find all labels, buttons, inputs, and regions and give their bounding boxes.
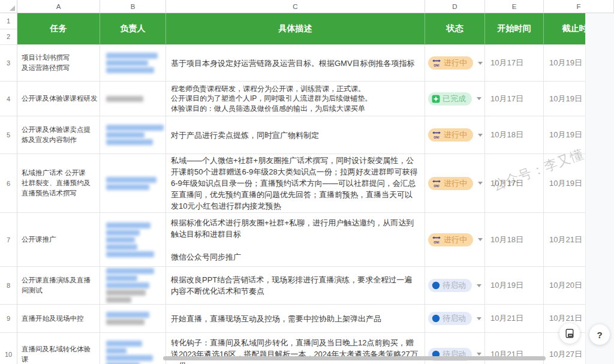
column-letter: E [512, 3, 517, 10]
status-cell[interactable]: ON!进行中 [425, 116, 485, 154]
status-badge[interactable]: ON!进行中 [428, 56, 473, 70]
owner-cell[interactable] [100, 213, 166, 267]
status-dropdown-caret[interactable] [478, 62, 483, 65]
owner-cell[interactable] [100, 333, 166, 364]
status-label: 待启动 [443, 280, 466, 291]
start-date-cell[interactable]: 10月18日 [485, 213, 544, 267]
description-cell[interactable]: 程老师负责课程研发，课程分为公开课，训练营课，正式课。 公开课目的为了塑造个人I… [166, 82, 425, 116]
start-date-cell[interactable]: 10月17日 [485, 154, 544, 213]
description-cell[interactable]: 对于产品进行卖点提炼，同时宣广物料制定 [166, 116, 425, 154]
task-cell[interactable]: 公开课及体验课课程研发 [17, 82, 100, 116]
column-letter: F [576, 3, 580, 10]
redacted-owner-names [106, 125, 164, 145]
column-header-b[interactable]: B [100, 0, 166, 13]
row-number[interactable]: 8 [0, 267, 17, 305]
column-header-f[interactable]: F [544, 0, 614, 13]
row-number[interactable]: 6 [0, 154, 17, 213]
redacted-owner-chip [106, 319, 145, 325]
task-cell[interactable]: 直播开始及现场中控 [17, 305, 100, 333]
start-date-cell[interactable]: 10月19日 [485, 267, 544, 305]
sheet-rows: 3项目计划书撰写 及运营路径撰写基于项目本身设定好运营链路及运营目标。根据GMV… [0, 45, 614, 364]
description-cell[interactable]: 基于项目本身设定好运营链路及运营目标。根据GMV目标倒推各项指标 [166, 45, 425, 82]
owner-cell[interactable] [100, 45, 166, 82]
column-letter: B [131, 3, 136, 10]
column-header-d[interactable]: D [425, 0, 485, 13]
table-row: 9直播开始及现场中控开始直播，直播现场互动及控场，需要中控协助上架弹出产品待启动… [0, 305, 614, 333]
task-cell[interactable]: 公开课推广 [17, 213, 100, 267]
task-cell[interactable]: 公开课及体验课卖点提 炼及宣发内容制作 [17, 116, 100, 154]
status-badge[interactable]: 已完成 [428, 92, 472, 106]
header-cell-description[interactable]: 具体描述 [166, 13, 425, 45]
row-number-1[interactable]: 1 [0, 13, 17, 29]
help-button[interactable]: ? [589, 324, 610, 345]
svg-text:ON!: ON! [434, 240, 440, 244]
column-letter: A [56, 3, 61, 10]
header-cell-task[interactable]: 任务 [17, 13, 100, 45]
status-cell[interactable]: ON!进行中 [425, 45, 485, 82]
owner-cell[interactable] [100, 154, 166, 213]
status-dropdown-caret[interactable] [477, 353, 481, 356]
column-letter: D [452, 3, 457, 10]
row-number[interactable]: 10 [0, 333, 17, 364]
column-header-a[interactable]: A [17, 0, 100, 13]
header-cell-status[interactable]: 状态 [425, 13, 485, 45]
description-cell[interactable]: 私域——个人微信+社群+朋友圈推广话术撰写，同时设计裂变属性，公开课前50个进群… [166, 154, 425, 213]
redacted-owner-names [106, 96, 143, 102]
row-number[interactable]: 4 [0, 82, 17, 116]
horizontal-scrollbar[interactable] [163, 356, 546, 360]
status-badge[interactable]: 待启动 [428, 312, 472, 325]
header-cell-owner[interactable]: 负责人 [100, 13, 166, 45]
select-all-triangle-icon [10, 5, 15, 11]
owner-cell[interactable] [100, 82, 166, 116]
start-date-cell[interactable]: 10月17日 [485, 45, 544, 82]
status-badge[interactable]: 待启动 [428, 279, 472, 292]
help-icon: ? [597, 330, 602, 340]
description-cell[interactable]: 开始直播，直播现场互动及控场，需要中控协助上架弹出产品 [166, 305, 425, 333]
description-cell[interactable]: 根据标准化话术进行朋友圈+社群+私聊，进行用户触达邀约，从而达到触达目标和进群目… [166, 213, 425, 267]
description-cell[interactable]: 根据改良PPT结合营销话术，现场彩排进行直播演练，要求全程过一遍内容不断优化话术… [166, 267, 425, 305]
header-cell-start-date[interactable]: 开始时间 [485, 13, 544, 45]
owner-cell[interactable] [100, 305, 166, 333]
redacted-owner-chip [106, 355, 153, 361]
column-header-row: A B C D E F [0, 0, 614, 13]
select-all-corner[interactable] [0, 0, 17, 13]
start-date-cell[interactable]: 10月21日 [485, 305, 544, 333]
redacted-owner-chip [106, 222, 151, 228]
status-badge[interactable]: ON!进行中 [428, 233, 473, 246]
status-dropdown-caret[interactable] [477, 317, 481, 320]
task-cell[interactable]: 私域推广话术 公开课 社群裂变、直播预约及 直播预热话术撰写 [17, 154, 100, 213]
on-arrows-icon: ON! [432, 131, 441, 139]
status-dropdown-caret[interactable] [477, 97, 481, 100]
row-number[interactable]: 3 [0, 45, 17, 82]
column-header-c[interactable]: C [166, 0, 425, 13]
row-number[interactable]: 5 [0, 116, 17, 154]
status-badge[interactable]: ON!进行中 [428, 128, 473, 142]
redacted-owner-chip [106, 341, 142, 347]
status-cell[interactable]: 待启动 [425, 267, 485, 305]
status-dropdown-caret[interactable] [478, 238, 483, 241]
redacted-owner-names [106, 268, 154, 303]
row-number[interactable]: 7 [0, 213, 17, 267]
owner-cell[interactable] [100, 267, 166, 305]
task-cell[interactable]: 直播间及私域转化体验 课 [17, 333, 100, 364]
status-cell[interactable]: ON!进行中 [425, 154, 485, 213]
status-cell[interactable]: 待启动 [425, 305, 485, 333]
status-dropdown-caret[interactable] [477, 284, 481, 287]
status-dropdown-caret[interactable] [478, 182, 483, 185]
start-date-cell[interactable]: 10月17日 [485, 82, 544, 116]
redacted-owner-chip [106, 237, 135, 243]
row-number[interactable]: 9 [0, 305, 17, 333]
status-badge[interactable]: ON!进行中 [428, 177, 473, 190]
status-dropdown-caret[interactable] [478, 134, 483, 137]
task-cell[interactable]: 项目计划书撰写 及运营路径撰写 [17, 45, 100, 82]
status-cell[interactable]: ON!进行中 [425, 213, 485, 267]
row-number-2[interactable]: 2 [0, 29, 17, 46]
table-row: 8公开课直播演练及直播 间测试根据改良PPT结合营销话术，现场彩排进行直播演练，… [0, 267, 614, 305]
owner-cell[interactable] [100, 116, 166, 154]
status-label: 待启动 [443, 313, 466, 324]
start-date-cell[interactable]: 10月18日 [485, 116, 544, 154]
feedback-button[interactable] [559, 323, 580, 344]
task-cell[interactable]: 公开课直播演练及直播 间测试 [17, 267, 100, 305]
status-cell[interactable]: 已完成 [425, 82, 485, 116]
column-header-e[interactable]: E [485, 0, 544, 13]
